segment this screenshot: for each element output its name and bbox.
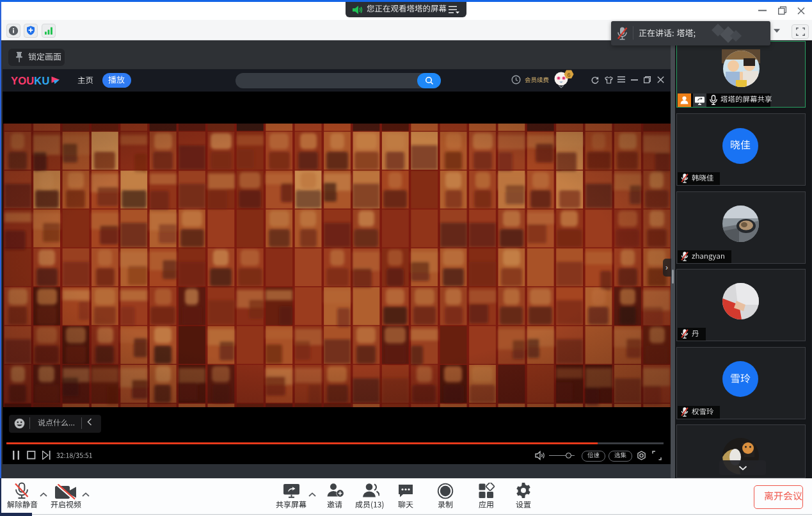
svg-text:6: 6	[567, 72, 570, 78]
